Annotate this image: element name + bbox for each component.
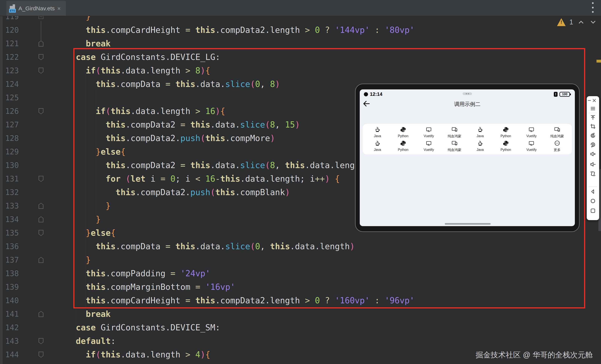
close-icon[interactable] [591, 97, 597, 104]
app-item-vuetify[interactable]: Vuetify [519, 125, 544, 139]
app-item-python[interactable]: Python [391, 139, 416, 153]
code-text: this.compData = this.data.slice(0, 8) [66, 77, 280, 91]
code-text: }else{ [66, 226, 116, 240]
app-item-harmony[interactable]: 纯血鸿蒙 [544, 125, 570, 139]
line-number: 122 [3, 50, 19, 64]
fold-marker-down[interactable] [39, 68, 43, 74]
gesture-handle-bar[interactable] [445, 223, 491, 225]
line-number: 135 [3, 226, 19, 240]
chevron-down-icon[interactable] [589, 19, 597, 26]
fold-marker-up[interactable] [39, 203, 43, 209]
app-item-label: Python [398, 134, 409, 138]
app-item-java[interactable]: Java [365, 139, 391, 153]
line-number: 128 [3, 132, 19, 145]
app-item-java[interactable]: Java [365, 125, 391, 139]
app-item-label: 纯血鸿蒙 [448, 134, 461, 138]
shake-icon[interactable] [589, 170, 597, 177]
close-icon[interactable]: × [57, 6, 61, 11]
line-number: 144 [3, 348, 19, 361]
warning-icon [557, 18, 566, 26]
fold-marker-down[interactable] [39, 108, 43, 114]
tab-a-girdnav[interactable]: ETS A_GirdNav.ets × [6, 1, 66, 16]
java-icon [374, 127, 381, 133]
toolbar-divider [589, 186, 597, 187]
line-number: 121 [3, 37, 19, 50]
rotate-cw-icon[interactable] [589, 141, 597, 148]
line-number: 139 [3, 280, 19, 294]
code-text: if(this.data.length > 4){ [66, 348, 210, 361]
app-item-more[interactable]: 更多 [544, 139, 570, 153]
line-number: 120 [3, 23, 19, 37]
app-item-vuetify[interactable]: Vuetify [416, 125, 442, 139]
menu-icon[interactable] [589, 105, 597, 112]
code-line: 123if(this.data.length > 8){ [0, 64, 601, 77]
nav-recents-icon[interactable] [589, 207, 597, 214]
scrollbar-warning-mark[interactable] [596, 60, 601, 63]
java-icon [374, 140, 381, 147]
ets-file-icon: ETS [9, 4, 16, 13]
fold-marker-down[interactable] [39, 176, 43, 182]
vuetify-icon [426, 127, 432, 133]
battery-icon: 100 [560, 92, 570, 97]
camera-dot-icon [364, 92, 368, 96]
fold-marker-down[interactable] [39, 352, 43, 358]
app-item-harmony[interactable]: 纯血鸿蒙 [442, 125, 468, 139]
fold-marker-down[interactable] [39, 338, 43, 344]
vuetify-icon [528, 127, 534, 133]
app-item-python[interactable]: Python [493, 139, 519, 153]
code-text: this.compData2.push(this.compMore) [66, 132, 275, 145]
volume-down-icon[interactable] [589, 161, 597, 168]
app-item-java[interactable]: Java [467, 125, 493, 139]
tablet-emulator-frame: 12:14 ! 100 调用示例二 JavaPythonVuetify纯血鸿蒙J… [355, 84, 580, 232]
scroll-top-icon[interactable] [589, 114, 597, 121]
app-item-harmony[interactable]: 纯血鸿蒙 [442, 139, 468, 153]
code-text: break [66, 307, 110, 321]
more-options-icon[interactable] [591, 2, 594, 13]
code-text: for (let i = 0; i < 16-this.data.length;… [66, 172, 340, 186]
code-line: 142case GirdConstants.DEVICE_SM: [0, 321, 601, 334]
app-item-python[interactable]: Python [493, 125, 519, 139]
app-item-vuetify[interactable]: Vuetify [519, 139, 544, 153]
line-number: 130 [3, 159, 19, 172]
app-item-label: 纯血鸿蒙 [551, 134, 564, 138]
rotate-ccw-icon[interactable] [589, 132, 597, 139]
line-number: 123 [3, 64, 19, 77]
minimize-icon[interactable] [587, 97, 592, 104]
app-item-vuetify[interactable]: Vuetify [416, 139, 442, 153]
fold-marker-up[interactable] [39, 41, 43, 47]
more-icon [554, 140, 560, 147]
app-item-java[interactable]: Java [467, 139, 493, 153]
nav-home-icon[interactable] [589, 197, 597, 205]
chevron-up-icon[interactable] [577, 19, 585, 26]
app-grid: JavaPythonVuetify纯血鸿蒙JavaPythonVuetify纯血… [365, 125, 570, 153]
code-line: 137} [0, 253, 601, 267]
page-title: 调用示例二 [360, 101, 575, 108]
crop-icon[interactable] [589, 123, 597, 130]
fold-marker-up[interactable] [39, 311, 43, 317]
nav-back-icon[interactable] [589, 188, 597, 195]
fold-marker-down[interactable] [39, 230, 43, 236]
watermark-text: 掘金技术社区 @ 华哥的全栈次元舱 [476, 350, 593, 360]
code-text: this.compData2 = this.data.slice(8, 15) [66, 118, 300, 132]
code-line: 121break [0, 37, 601, 50]
volume-up-icon[interactable] [589, 150, 597, 158]
line-number: 124 [3, 77, 19, 91]
camera-pill [463, 92, 472, 95]
line-number: 141 [3, 307, 19, 321]
code-text: this.compCardHeight = this.compData2.len… [66, 294, 414, 307]
code-text: this.compData = this.data.slice(0, this.… [66, 240, 355, 253]
fold-marker-up[interactable] [39, 216, 43, 222]
code-line: 141break [0, 307, 601, 321]
app-item-label: Java [477, 148, 484, 152]
line-number: 140 [3, 294, 19, 307]
app-item-python[interactable]: Python [391, 125, 416, 139]
inspections-widget[interactable]: 1 [557, 17, 601, 28]
app-grid-card: JavaPythonVuetify纯血鸿蒙JavaPythonVuetify纯血… [363, 124, 572, 154]
fold-marker-down[interactable] [39, 54, 43, 60]
app-item-label: Vuetify [526, 134, 537, 138]
warning-count: 1 [569, 18, 573, 26]
line-number: 132 [3, 186, 19, 199]
line-number: 133 [3, 199, 19, 213]
code-text: } [66, 213, 100, 226]
fold-marker-up[interactable] [39, 257, 43, 263]
